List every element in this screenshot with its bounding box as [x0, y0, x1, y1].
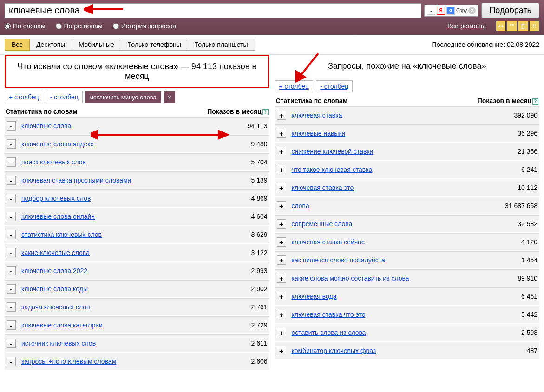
row-toggle-button[interactable]: + — [277, 111, 286, 120]
row-toggle-button[interactable]: - — [7, 320, 16, 330]
left-th-count: Показов в месяц? — [207, 108, 268, 115]
row-toggle-button[interactable]: + — [277, 201, 286, 210]
row-toggle-button[interactable]: + — [277, 310, 286, 319]
keyword-link[interactable]: ключевые слова коды — [21, 285, 88, 293]
row-toggle-button[interactable]: - — [7, 176, 16, 185]
row-toggle-button[interactable]: - — [7, 230, 16, 239]
keyword-link[interactable]: ключевая вода — [292, 293, 337, 300]
row-toggle-button[interactable]: - — [7, 212, 16, 221]
submit-button[interactable]: Подобрать — [481, 3, 539, 18]
keyword-link[interactable]: подбор ключевых слов — [21, 195, 91, 202]
row-toggle-button[interactable]: - — [7, 157, 16, 167]
radio-by-regions[interactable]: По регионам — [56, 22, 103, 30]
impressions-count: 6 241 — [521, 166, 537, 173]
keyword-link[interactable]: ключевые слова 2022 — [21, 267, 87, 274]
row-toggle-button[interactable]: + — [277, 292, 286, 301]
impressions-count: 2 593 — [521, 329, 537, 336]
remove-column-right[interactable]: - столбец — [316, 80, 353, 92]
clear-icon[interactable]: ✕ — [468, 7, 476, 14]
row-toggle-button[interactable]: + — [277, 346, 286, 355]
row-toggle-button[interactable]: - — [7, 357, 16, 366]
row-toggle-button[interactable]: + — [277, 255, 286, 265]
row-toggle-button[interactable]: + — [277, 237, 286, 247]
google-icon[interactable]: G — [446, 7, 455, 15]
row-toggle-button[interactable]: - — [7, 284, 16, 294]
tab-all[interactable]: Все — [5, 39, 30, 51]
add-column-right[interactable]: + столбец — [275, 80, 314, 92]
minus-icon[interactable]: - — [427, 7, 435, 15]
keyword-link[interactable]: ключевая ставка сейчас — [292, 238, 365, 246]
row-toggle-button[interactable]: + — [277, 219, 286, 229]
keyword-link[interactable]: комбинатор ключевых фраз — [292, 347, 376, 354]
row-toggle-button[interactable]: + — [277, 274, 286, 283]
keyword-link[interactable]: что такое ключевая ставка — [292, 166, 373, 173]
keyword-link[interactable]: ключевая ставка это — [292, 184, 354, 191]
row-toggle-button[interactable]: - — [7, 339, 16, 348]
exclude-minus-button[interactable]: исключить минус-слова — [85, 91, 161, 103]
keyword-link[interactable]: задача ключевых слов — [21, 303, 90, 311]
keyword-link[interactable]: как пишется слово пожалуйста — [292, 256, 385, 264]
row-toggle-button[interactable]: + — [277, 129, 286, 138]
keyword-link[interactable]: ключевые навыки — [292, 130, 346, 137]
table-row: +ключевая ставка сейчас4 120 — [275, 233, 540, 250]
row-toggle-button[interactable]: - — [7, 248, 16, 257]
keyword-link[interactable]: источник ключевых слов — [21, 340, 96, 347]
keyword-link[interactable]: слова — [292, 202, 309, 209]
yandex-icon[interactable]: Я — [437, 7, 445, 15]
keyword-link[interactable]: поиск ключевых слов — [21, 158, 86, 166]
keyword-link[interactable]: статистика ключевых слов — [21, 231, 102, 238]
qb-1[interactable]: "" — [507, 21, 517, 31]
impressions-count: 4 869 — [251, 195, 267, 202]
table-row: -какие ключевые слова3 122 — [5, 244, 269, 261]
radio-by-words[interactable]: По словам — [5, 22, 46, 30]
qb-3[interactable]: !! — [529, 21, 539, 31]
table-row: +ключевая ставка392 090 — [275, 106, 540, 124]
row-toggle-button[interactable]: - — [7, 266, 16, 275]
keyword-link[interactable]: ключевые слова онлайн — [21, 213, 95, 220]
keyword-link[interactable]: какие слова можно составить из слова — [292, 274, 409, 282]
copy-button[interactable]: Copy — [456, 8, 467, 13]
all-regions-link[interactable]: Все регионы — [447, 22, 485, 30]
row-toggle-button[interactable]: + — [277, 165, 286, 174]
keyword-link[interactable]: запросы +по ключевым словам — [21, 358, 116, 365]
impressions-count: 487 — [527, 347, 537, 354]
help-icon[interactable]: ? — [262, 109, 269, 115]
tab-phones[interactable]: Только телефоны — [121, 39, 188, 51]
impressions-count: 2 729 — [251, 321, 267, 329]
qb-2[interactable]: [] — [518, 21, 528, 31]
keyword-link[interactable]: ключевая ставка что это — [292, 311, 366, 318]
table-row: +ключевая вода6 461 — [275, 287, 540, 305]
row-toggle-button[interactable]: - — [7, 302, 16, 312]
row-toggle-button[interactable]: - — [7, 194, 16, 203]
left-column: Что искали со словом «ключевые слова» — … — [5, 55, 269, 371]
impressions-count: 3 122 — [251, 249, 267, 256]
impressions-count: 21 356 — [518, 148, 537, 155]
exclude-x-button[interactable]: x — [164, 91, 176, 103]
keyword-link[interactable]: ключевые слова — [21, 122, 71, 130]
keyword-link[interactable]: ключевая ставка — [292, 111, 342, 119]
help-icon[interactable]: ? — [532, 98, 538, 105]
radio-history[interactable]: История запросов — [113, 22, 176, 30]
keyword-link[interactable]: снижение ключевой ставки — [292, 148, 374, 155]
keyword-link[interactable]: ключевые слова яндекс — [21, 140, 94, 148]
table-row: +слова31 687 658 — [275, 197, 540, 214]
search-input[interactable] — [5, 3, 421, 18]
keyword-link[interactable]: ключевая ставка простыми словами — [21, 176, 131, 184]
row-toggle-button[interactable]: + — [277, 183, 286, 192]
keyword-link[interactable]: ключевые слова категории — [21, 321, 103, 329]
keyword-link[interactable]: какие ключевые слова — [21, 249, 90, 256]
table-row: -статистика ключевых слов3 629 — [5, 226, 269, 243]
table-row: +ключевые навыки36 296 — [275, 124, 540, 142]
row-toggle-button[interactable]: + — [277, 147, 286, 156]
tab-mobile[interactable]: Мобильные — [72, 39, 121, 51]
tab-desktop[interactable]: Десктопы — [30, 39, 72, 51]
remove-column-left[interactable]: - столбец — [46, 91, 83, 103]
qb-0[interactable]: ++ — [496, 21, 506, 31]
tab-tablets[interactable]: Только планшеты — [188, 39, 255, 51]
keyword-link[interactable]: оставить слова из слова — [292, 329, 366, 336]
add-column-left[interactable]: + столбец — [5, 91, 43, 103]
row-toggle-button[interactable]: - — [7, 121, 16, 131]
keyword-link[interactable]: современные слова — [292, 220, 353, 228]
row-toggle-button[interactable]: + — [277, 328, 286, 337]
row-toggle-button[interactable]: - — [7, 139, 16, 149]
